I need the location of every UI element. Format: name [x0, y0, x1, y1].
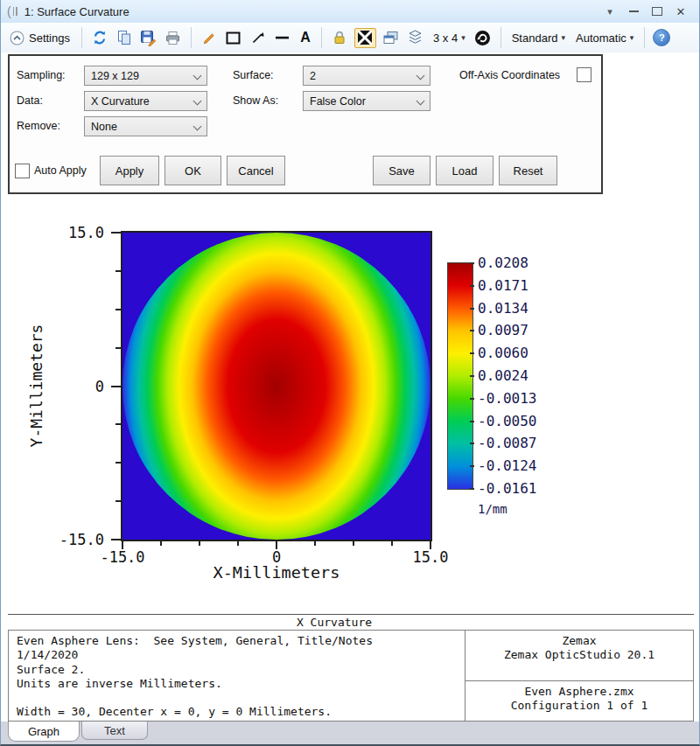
brand-name: Zemax: [466, 634, 693, 648]
sampling-label: Sampling:: [17, 66, 66, 86]
arrow-tool-icon[interactable]: [248, 27, 268, 48]
colorbar-tick-mark: [470, 421, 474, 422]
reset-button[interactable]: Reset: [499, 156, 557, 185]
y-axis-tick: [116, 347, 121, 349]
grid-layout-dropdown[interactable]: 3 x 4 ▾: [430, 31, 468, 45]
tab-text[interactable]: Text: [81, 722, 148, 740]
close-icon[interactable]: ✕: [673, 3, 689, 19]
tab-graph[interactable]: Graph: [8, 722, 80, 742]
show-as-label: Show As:: [233, 91, 278, 111]
y-axis-ticks: [111, 231, 121, 541]
toolbar: Settings A: [1, 23, 699, 52]
y-axis-tick: [111, 539, 121, 540]
reset-view-icon[interactable]: [473, 27, 493, 48]
toolbar-separator: [321, 27, 322, 48]
toolbar-separator: [644, 27, 645, 48]
colorbar-tick-label: -0.0087: [478, 435, 536, 451]
x-axis-tick: [160, 541, 162, 546]
y-axis-tick: [116, 309, 121, 310]
ok-button[interactable]: OK: [164, 156, 221, 185]
line-tool-icon[interactable]: [273, 27, 292, 48]
colorbar-tick-label: 0.0208: [478, 254, 528, 271]
colorbar-tick-mark: [470, 443, 474, 444]
x-axis-tick: [314, 541, 316, 546]
surface-value: 2: [310, 70, 316, 82]
colorbar-tick-label: -0.0161: [478, 480, 536, 497]
auto-apply-checkbox[interactable]: [15, 164, 30, 178]
show-as-select[interactable]: False Color: [303, 91, 430, 111]
show-as-value: False Color: [310, 95, 366, 108]
sampling-select[interactable]: 129 x 129: [84, 66, 207, 86]
layers-icon[interactable]: [406, 27, 425, 48]
settings-chevron-icon: [10, 31, 24, 45]
x-axis-tick: [199, 541, 200, 546]
load-button[interactable]: Load: [436, 156, 494, 185]
window-title: 1: Surface Curvature: [24, 5, 130, 18]
file-name: Even Asphere.zmx: [466, 685, 693, 699]
settings-panel: Sampling: 129 x 129 Surface: 2 Off-Axis …: [8, 54, 603, 194]
x-axis-title: X-Millimeters: [145, 563, 408, 582]
y-axis-tick: [116, 500, 121, 502]
colorbar-tick-mark: [470, 465, 474, 467]
tab-bar: Graph Text: [1, 722, 699, 744]
y-tick-label: -15.0: [38, 531, 104, 548]
y-tick-label: 15.0: [38, 224, 104, 241]
configuration-label: Configuration 1 of 1: [466, 699, 693, 713]
refresh-icon[interactable]: [90, 27, 109, 48]
tile-layout-icon[interactable]: [354, 28, 376, 48]
rectangle-tool-icon[interactable]: [224, 27, 243, 48]
heatmap-disk: [122, 233, 430, 540]
data-select[interactable]: X Curvature: [84, 91, 207, 111]
colorbar-tick-label: 0.0024: [478, 367, 528, 384]
chevron-down-icon: [416, 97, 425, 106]
cascade-windows-icon[interactable]: [382, 27, 401, 48]
colorbar-tick-mark: [470, 330, 474, 331]
copy-icon[interactable]: [115, 27, 134, 48]
colorbar-tick-mark: [470, 488, 474, 490]
toolbar-separator: [81, 27, 82, 48]
colorbar-units: 1/mm: [478, 502, 508, 516]
colorbar-tick-label: -0.0124: [478, 457, 536, 474]
help-icon[interactable]: ?: [653, 29, 670, 46]
save-icon[interactable]: [139, 27, 158, 48]
off-axis-checkbox[interactable]: [577, 67, 592, 82]
data-label: Data:: [17, 91, 43, 111]
notes-panel: Even Asphere Lens: See System, General, …: [8, 630, 466, 722]
standard-dropdown[interactable]: Standard ▾: [509, 31, 568, 45]
note-line: Width = 30, Decenter x = 0, y = 0 Millim…: [17, 705, 457, 719]
lock-icon[interactable]: [330, 27, 349, 48]
minimize-icon[interactable]: [626, 3, 641, 19]
pencil-icon[interactable]: [200, 27, 219, 48]
sampling-value: 129 x 129: [91, 70, 139, 82]
auto-apply-label: Auto Apply: [34, 161, 87, 181]
colorbar-tick-label: 0.0060: [478, 345, 528, 361]
software-version: Zemax OpticStudio 20.1: [466, 648, 693, 662]
plot-title: X Curvature: [1, 616, 668, 629]
remove-value: None: [91, 121, 117, 133]
print-icon[interactable]: [164, 27, 183, 48]
colorbar-tick-label: -0.0050: [478, 413, 536, 429]
maximize-icon[interactable]: [649, 3, 665, 19]
colorbar-tick-mark: [470, 398, 474, 400]
settings-toggle-button[interactable]: Settings: [6, 31, 74, 45]
window-controls: ▾ ✕: [602, 3, 699, 19]
y-tick-label: 0: [38, 378, 104, 395]
chevron-down-icon: ▾: [561, 33, 565, 42]
surface-select[interactable]: 2: [303, 66, 430, 86]
title-bar: ( 1: Surface Curvature ▾ ✕: [1, 0, 699, 24]
note-line: Units are inverse Millimeters.: [17, 677, 457, 691]
y-axis-tick: [111, 232, 121, 234]
colorbar-labels: 0.02080.01710.01340.00970.00600.0024-0.0…: [473, 262, 561, 507]
remove-select[interactable]: None: [84, 116, 207, 136]
chevron-down-icon: [193, 72, 202, 80]
save-button[interactable]: Save: [373, 156, 430, 185]
colorbar-tick-label: -0.0013: [478, 390, 536, 407]
window-menu-caret-icon[interactable]: ▾: [602, 3, 618, 19]
y-axis-tick: [116, 423, 121, 425]
text-tool-icon[interactable]: A: [298, 27, 313, 48]
toolbar-separator: [500, 27, 501, 48]
cancel-button[interactable]: Cancel: [227, 156, 285, 185]
apply-button[interactable]: Apply: [100, 156, 159, 185]
chevron-down-icon: [193, 97, 202, 106]
automatic-dropdown[interactable]: Automatic ▾: [573, 31, 636, 45]
